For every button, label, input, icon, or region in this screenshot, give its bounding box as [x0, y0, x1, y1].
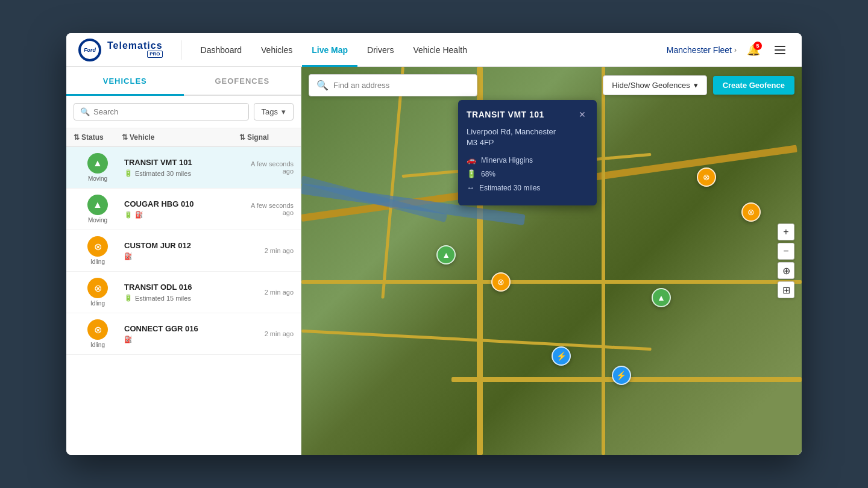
- idling-status-icon: ⊗: [87, 278, 108, 298]
- vehicle-meta: ⛽: [124, 252, 237, 260]
- compass-button[interactable]: ⊕: [778, 262, 794, 279]
- col-signal: ⇅ Signal: [239, 133, 294, 142]
- layers-button[interactable]: ⊞: [778, 281, 794, 298]
- vehicle-row[interactable]: ⊗ Idling TRANSIT ODL 016 🔋 Estimated 15 …: [66, 272, 301, 313]
- zoom-out-button[interactable]: −: [778, 243, 794, 260]
- idling-marker-icon: ⊗: [697, 167, 716, 187]
- status-label: Idling: [90, 258, 105, 265]
- fuel-icon: ⛽: [124, 252, 133, 260]
- signal-cell: 2 min ago: [239, 247, 294, 254]
- signal-cell: A few seconds ago: [239, 160, 294, 175]
- address-input[interactable]: [333, 81, 470, 90]
- popup-driver: Minerva Higgins: [481, 156, 533, 164]
- vehicle-name: COUGAR HBG 010: [124, 199, 237, 208]
- map-area[interactable]: ▲ ▲ ▲ ⊗ ⊗: [301, 67, 802, 455]
- notifications-button[interactable]: 🔔 5: [744, 40, 763, 60]
- idling-status-icon: ⊗: [87, 319, 108, 340]
- map-marker-orange-3[interactable]: ⊗: [491, 272, 511, 292]
- signal-cell: A few seconds ago: [239, 202, 294, 216]
- header: Ford Telematics PRO Dashboard Vehicles L…: [66, 33, 802, 67]
- map-marker-orange-1[interactable]: ⊗: [697, 167, 716, 187]
- fuel-icon: ⛽: [135, 211, 143, 219]
- vehicle-meta: ⛽: [124, 336, 237, 343]
- vehicle-row[interactable]: ⊗ Idling CONNECT GGR 016 ⛽ 2 min ago: [66, 313, 301, 355]
- map-marker-green-2[interactable]: ▲: [436, 245, 456, 264]
- road-v-2: [602, 67, 605, 455]
- chevron-right-icon: ›: [734, 46, 737, 54]
- vehicle-row[interactable]: ⊗ Idling CUSTOM JUR 012 ⛽ 2 min ago: [66, 230, 301, 272]
- col-status: ⇅ Status: [74, 133, 122, 142]
- nav-vehicle-health[interactable]: Vehicle Health: [403, 33, 477, 67]
- pro-badge: PRO: [147, 51, 162, 58]
- popup-driver-row: 🚗 Minerva Higgins: [467, 155, 588, 164]
- menu-line-3: [775, 53, 785, 54]
- sort-icon: ⇅: [74, 133, 80, 142]
- battery-icon: 🔋: [467, 169, 476, 178]
- map-marker-blue-1[interactable]: ⚡: [552, 346, 571, 366]
- sidebar-filters: 🔍 Tags ▾: [66, 96, 301, 128]
- nav-live-map[interactable]: Live Map: [302, 33, 357, 67]
- geofence-toggle-label: Hide/Show Geofences: [612, 81, 690, 90]
- status-label: Moving: [88, 175, 107, 182]
- status-cell: ⊗ Idling: [74, 278, 122, 307]
- table-header: ⇅ Status ⇅ Vehicle ⇅ Signal: [66, 128, 301, 147]
- tags-dropdown[interactable]: Tags ▾: [254, 103, 294, 120]
- chevron-down-icon: ▾: [694, 81, 698, 90]
- battery-icon: 🔋: [124, 294, 133, 302]
- battery-icon: 🔋: [124, 169, 133, 177]
- vehicle-name: TRANSIT ODL 016: [124, 283, 237, 292]
- ev-marker-icon: ⚡: [612, 366, 631, 385]
- vehicle-name: CONNECT GGR 016: [124, 324, 237, 333]
- popup-battery-row: 🔋 68%: [467, 169, 588, 178]
- moving-status-icon: ▲: [87, 153, 108, 174]
- tab-geofences[interactable]: GEOFENCES: [184, 67, 301, 95]
- brand-name: Telematics: [107, 41, 163, 51]
- vehicle-name: CUSTOM JUR 012: [124, 241, 237, 250]
- idling-marker-icon: ⊗: [741, 202, 761, 222]
- nav-vehicles[interactable]: Vehicles: [251, 33, 302, 67]
- address-search[interactable]: 🔍: [309, 74, 477, 96]
- vehicle-meta: 🔋 ⛽: [124, 211, 237, 219]
- status-label: Idling: [90, 342, 105, 348]
- driver-icon: 🚗: [467, 155, 476, 164]
- map-marker-green-3[interactable]: ▲: [652, 288, 671, 307]
- battery-icon: 🔋: [124, 211, 133, 219]
- ford-inner-logo: Ford: [81, 41, 99, 59]
- col-vehicle: ⇅ Vehicle: [122, 133, 239, 142]
- vehicle-meta: 🔋 Estimated 30 miles: [124, 169, 237, 177]
- sidebar-tabs: VEHICLES GEOFENCES: [66, 67, 301, 96]
- tags-chevron-icon: ▾: [281, 107, 286, 116]
- nav-drivers[interactable]: Drivers: [357, 33, 403, 67]
- hamburger-menu-button[interactable]: [770, 40, 790, 60]
- tab-vehicles[interactable]: VEHICLES: [66, 67, 184, 95]
- map-marker-blue-2[interactable]: ⚡: [612, 366, 631, 385]
- popup-title: TRANSIT VMT 101: [467, 110, 544, 119]
- nav-dashboard[interactable]: Dashboard: [191, 33, 252, 67]
- monitor: Ford Telematics PRO Dashboard Vehicles L…: [66, 33, 802, 455]
- geofence-toggle[interactable]: Hide/Show Geofences ▾: [603, 75, 706, 95]
- create-geofence-button[interactable]: Create Geofence: [713, 76, 794, 95]
- fleet-name[interactable]: Manchester Fleet ›: [667, 45, 737, 55]
- vehicle-row[interactable]: ▲ Moving COUGAR HBG 010 🔋 ⛽ A few second…: [66, 189, 301, 230]
- moving-marker-icon: ▲: [652, 288, 671, 307]
- map-marker-orange-2[interactable]: ⊗: [741, 202, 761, 222]
- idling-marker-icon: ⊗: [491, 272, 511, 292]
- zoom-in-button[interactable]: +: [778, 224, 794, 240]
- popup-address: Liverpool Rd, Manchester M3 4FP: [467, 127, 588, 148]
- popup-close-button[interactable]: ✕: [576, 108, 588, 120]
- range-icon: ↔: [467, 183, 474, 192]
- sort-icon-3: ⇅: [239, 133, 245, 142]
- app: Ford Telematics PRO Dashboard Vehicles L…: [66, 33, 802, 455]
- vehicle-info: CUSTOM JUR 012 ⛽: [122, 241, 239, 260]
- search-input[interactable]: [93, 107, 242, 116]
- ford-logo-icon: Ford: [78, 39, 101, 61]
- search-box: 🔍: [74, 103, 249, 120]
- main-content: VEHICLES GEOFENCES 🔍 Tags ▾ ⇅: [66, 67, 802, 455]
- moving-marker-icon: ▲: [436, 245, 456, 264]
- moving-status-icon: ▲: [87, 195, 108, 215]
- sidebar: VEHICLES GEOFENCES 🔍 Tags ▾ ⇅: [66, 67, 301, 455]
- vehicle-row[interactable]: ▲ Moving TRANSIT VMT 101 🔋 Estimated 30 …: [66, 147, 301, 189]
- status-cell: ▲ Moving: [74, 153, 122, 182]
- popup-range: Estimated 30 miles: [479, 184, 540, 192]
- idling-status-icon: ⊗: [87, 236, 108, 257]
